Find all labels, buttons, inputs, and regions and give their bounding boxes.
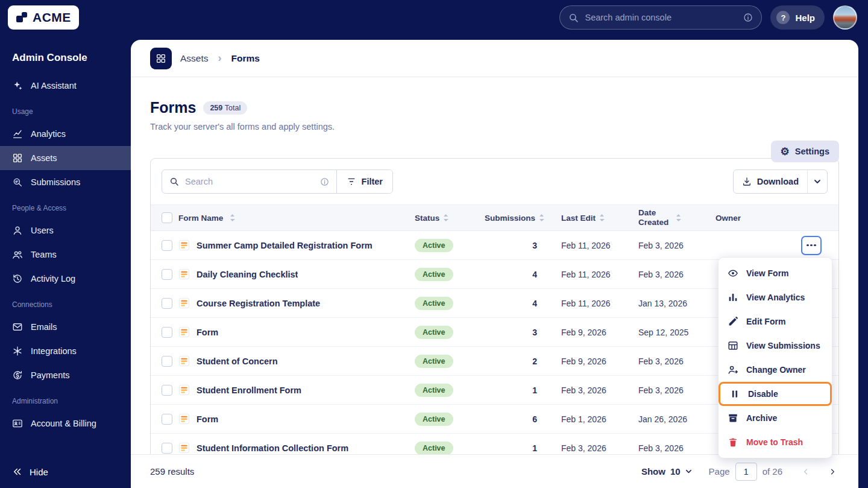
form-icon — [178, 384, 190, 396]
page-size-select[interactable]: Show 10 — [641, 466, 692, 477]
admin-search[interactable] — [559, 5, 762, 30]
menu-item-archive[interactable]: Archive — [719, 406, 832, 430]
form-name-link[interactable]: Daily Cleaning Checklist — [197, 270, 298, 279]
menu-item-change-owner[interactable]: Change Owner — [719, 358, 832, 382]
hide-label: Hide — [30, 467, 48, 477]
admin-search-input[interactable] — [585, 13, 737, 22]
row-checkbox[interactable] — [162, 269, 172, 280]
form-icon — [178, 326, 190, 338]
menu-item-disable[interactable]: Disable — [719, 382, 832, 406]
menu-item-view-analytics[interactable]: View Analytics — [719, 285, 832, 309]
table-search-input[interactable] — [185, 177, 314, 186]
chevron-down-icon[interactable] — [808, 178, 827, 185]
header-date-created[interactable]: Date Created — [638, 208, 715, 227]
form-name-link[interactable]: Form — [197, 414, 218, 424]
show-value: 10 — [670, 466, 681, 477]
header-status[interactable]: Status — [415, 214, 485, 223]
row-checkbox[interactable] — [162, 240, 172, 251]
form-name-link[interactable]: Student Information Collection Form — [197, 443, 348, 453]
form-name-link[interactable]: Course Registration Template — [197, 299, 320, 308]
sidebar-item-payments[interactable]: Payments — [0, 363, 131, 387]
page-title: Forms — [150, 99, 196, 116]
menu-item-edit-form[interactable]: Edit Form — [719, 309, 832, 334]
search-icon — [568, 13, 579, 23]
row-checkbox[interactable] — [162, 356, 172, 367]
integrations-icon — [12, 346, 23, 356]
breadcrumb-assets[interactable]: Assets — [180, 53, 209, 64]
download-button[interactable]: Download — [733, 170, 828, 194]
page-number-input[interactable] — [735, 463, 757, 481]
select-all-checkbox[interactable] — [162, 212, 172, 223]
sort-icon[interactable] — [443, 214, 448, 222]
sidebar-item-users[interactable]: Users — [0, 218, 131, 242]
user-avatar[interactable] — [833, 5, 857, 30]
sort-icon[interactable] — [230, 214, 235, 222]
table-row: Summer Camp Detailed Registration Form A… — [151, 231, 838, 260]
pencil-icon — [728, 316, 738, 327]
status-badge: Active — [415, 268, 453, 281]
history-icon — [12, 273, 23, 284]
settings-button[interactable]: ⚙ Settings — [771, 141, 839, 162]
menu-item-move-to-trash[interactable]: Move to Trash — [719, 430, 832, 454]
form-name-link[interactable]: Form — [197, 328, 218, 337]
menu-item-view-form[interactable]: View Form — [719, 261, 832, 285]
sidebar-item-ai-assistant[interactable]: AI Assistant — [0, 74, 131, 98]
page-count-label: of 26 — [763, 466, 782, 477]
sidebar-item-teams[interactable]: Teams — [0, 242, 131, 267]
prev-page-button[interactable] — [799, 465, 813, 478]
sort-icon[interactable] — [539, 214, 544, 222]
row-more-button[interactable] — [801, 236, 822, 255]
sidebar-item-submissions[interactable]: Submissions — [0, 170, 131, 194]
submissions-count: 3 — [485, 328, 561, 337]
help-button[interactable]: ? Help — [770, 5, 825, 30]
filter-label: Filter — [362, 177, 383, 186]
sidebar-item-activity-log[interactable]: Activity Log — [0, 267, 131, 291]
row-checkbox[interactable] — [162, 414, 172, 425]
next-page-button[interactable] — [826, 465, 839, 478]
date-created: Jan 26, 2026 — [638, 414, 715, 424]
sidebar: Admin Console AI Assistant Usage Analyti… — [0, 35, 131, 488]
trash-icon — [728, 437, 738, 448]
row-checkbox[interactable] — [162, 327, 172, 338]
last-edit-date: Feb 9, 2026 — [561, 328, 638, 337]
sidebar-item-integrations[interactable]: Integrations — [0, 339, 131, 363]
bar-chart-icon — [728, 292, 738, 303]
brand-name: ACME — [33, 10, 71, 25]
sidebar-collapse-button[interactable]: Hide — [0, 458, 131, 486]
sidebar-item-label: Integrations — [31, 346, 77, 356]
sort-icon[interactable] — [599, 214, 605, 222]
form-name-link[interactable]: Student Enrollment Form — [197, 385, 301, 395]
sidebar-item-assets[interactable]: Assets — [0, 146, 131, 170]
menu-item-view-submissions[interactable]: View Submissions — [719, 334, 832, 358]
user-icon — [12, 225, 23, 236]
page-label: Page — [709, 466, 730, 477]
form-name-link[interactable]: Summer Camp Detailed Registration Form — [197, 241, 373, 250]
status-badge: Active — [415, 355, 453, 368]
dollar-icon — [12, 370, 23, 381]
form-name-link[interactable]: Student of Concern — [197, 356, 278, 366]
sidebar-section-connections: Connections — [0, 300, 131, 315]
header-submissions[interactable]: Submissions — [485, 214, 561, 223]
row-checkbox[interactable] — [162, 385, 172, 396]
row-context-menu: View Form View Analytics Edit Form View … — [718, 257, 832, 458]
form-icon — [178, 268, 190, 280]
status-badge: Active — [415, 413, 453, 426]
sidebar-item-emails[interactable]: Emails — [0, 315, 131, 339]
sidebar-item-account-billing[interactable]: Account & Billing — [0, 411, 131, 436]
sort-icon[interactable] — [676, 214, 681, 222]
header-owner[interactable]: Owner — [715, 214, 801, 223]
billing-icon — [12, 418, 23, 429]
header-last-edit[interactable]: Last Edit — [561, 214, 638, 223]
sidebar-item-analytics[interactable]: Analytics — [0, 122, 131, 146]
filter-button[interactable]: Filter — [337, 170, 392, 193]
table-toolbar: Filter Download — [151, 159, 838, 204]
row-checkbox[interactable] — [162, 443, 172, 454]
header-form-name[interactable]: Form Name — [178, 214, 415, 223]
menu-item-label: View Submissions — [746, 341, 820, 350]
last-edit-date: Feb 9, 2026 — [561, 356, 638, 366]
double-chevron-left-icon — [12, 466, 23, 477]
table-search[interactable] — [162, 170, 337, 193]
status-badge: Active — [415, 442, 453, 455]
row-checkbox[interactable] — [162, 298, 172, 309]
acme-logo[interactable]: ACME — [8, 5, 79, 30]
